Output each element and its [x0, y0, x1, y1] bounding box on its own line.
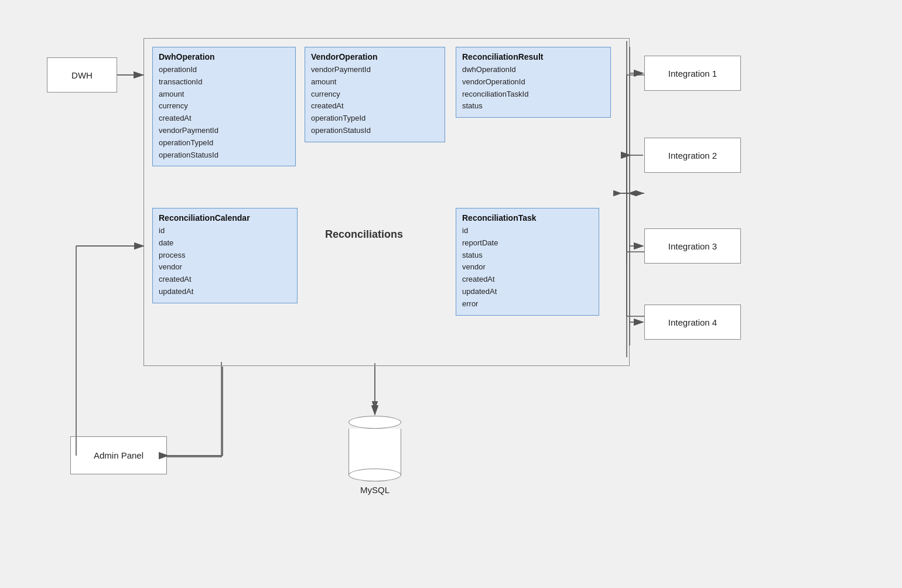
admin-panel-label: Admin Panel [94, 450, 144, 460]
diagram: DWH Reconciliations DwhOperation operati… [0, 0, 902, 588]
vendor-operation-title: VendorOperation [311, 52, 439, 61]
integration2-box: Integration 2 [644, 138, 741, 173]
dwh-operation-box: DwhOperation operationId transactionId a… [152, 47, 296, 166]
reconciliation-result-fields: dwhOperationId vendorOperationId reconci… [462, 64, 604, 112]
integration4-label: Integration 4 [668, 317, 717, 327]
integration2-label: Integration 2 [668, 151, 717, 160]
dwh-label: DWH [71, 70, 93, 80]
reconciliation-task-fields: id reportDate status vendor createdAt up… [462, 225, 593, 310]
reconciliations-label: Reconciliations [325, 228, 403, 241]
admin-panel-box: Admin Panel [70, 436, 167, 474]
reconciliation-task-box: ReconciliationTask id reportDate status … [456, 208, 599, 316]
dwh-operation-fields: operationId transactionId amount currenc… [159, 64, 289, 161]
cylinder-bottom-ellipse [348, 469, 401, 481]
reconciliation-calendar-fields: id date process vendor createdAt updated… [159, 225, 291, 298]
cylinder-body [348, 429, 401, 476]
cylinder-top [348, 416, 401, 429]
vendor-operation-fields: vendorPaymentId amount currency createdA… [311, 64, 439, 137]
reconciliation-task-title: ReconciliationTask [462, 213, 593, 223]
reconciliation-calendar-title: ReconciliationCalendar [159, 213, 291, 223]
dwh-operation-title: DwhOperation [159, 52, 289, 61]
reconciliation-calendar-box: ReconciliationCalendar id date process v… [152, 208, 298, 303]
reconciliation-result-title: ReconciliationResult [462, 52, 604, 61]
mysql-label: MySQL [360, 485, 390, 495]
dwh-box: DWH [47, 57, 117, 93]
integration4-box: Integration 4 [644, 305, 741, 340]
mysql-cylinder: MySQL [348, 416, 401, 495]
vendor-operation-box: VendorOperation vendorPaymentId amount c… [305, 47, 445, 142]
integration1-label: Integration 1 [668, 69, 717, 78]
integration1-box: Integration 1 [644, 56, 741, 91]
integration3-box: Integration 3 [644, 228, 741, 264]
reconciliation-result-box: ReconciliationResult dwhOperationId vend… [456, 47, 611, 118]
integration3-label: Integration 3 [668, 241, 717, 251]
